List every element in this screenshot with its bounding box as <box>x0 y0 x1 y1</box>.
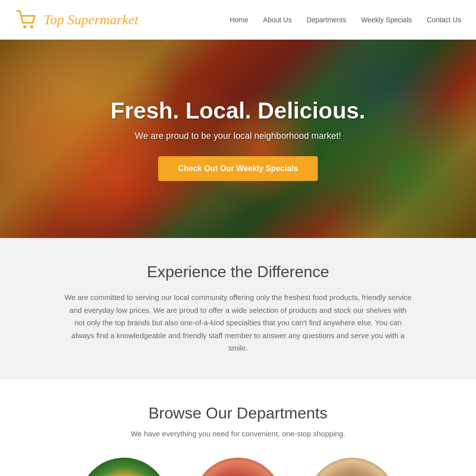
header: Top Supermarket Home About Us Department… <box>0 0 476 40</box>
nav-weekly-specials[interactable]: Weekly Specials <box>361 16 412 24</box>
svg-point-0 <box>23 25 26 28</box>
hero-title: Fresh. Local. Delicious. <box>111 97 365 124</box>
nav-home[interactable]: Home <box>230 16 248 24</box>
hero-content: Fresh. Local. Delicious. We are proud to… <box>111 97 365 181</box>
cart-icon <box>15 8 39 32</box>
weekly-specials-button[interactable]: Check Out Our Weekly Specials <box>158 156 318 181</box>
nav-departments[interactable]: Departments <box>306 16 346 24</box>
logo-area: Top Supermarket <box>15 8 138 32</box>
department-circles <box>40 458 436 476</box>
svg-point-1 <box>30 25 33 28</box>
main-nav: Home About Us Departments Weekly Special… <box>230 16 461 24</box>
hero-section: Fresh. Local. Delicious. We are proud to… <box>0 40 476 238</box>
departments-section: Browse Our Departments We have everythin… <box>0 379 476 476</box>
department-meat[interactable] <box>193 458 283 476</box>
departments-title: Browse Our Departments <box>40 404 436 422</box>
department-produce[interactable] <box>79 458 169 476</box>
nav-contact[interactable]: Contact Us <box>427 16 461 24</box>
experience-body: We are committed to serving our local co… <box>64 291 412 355</box>
experience-section: Experience the Difference We are committ… <box>0 238 476 379</box>
nav-about[interactable]: About Us <box>263 16 292 24</box>
experience-title: Experience the Difference <box>50 263 426 281</box>
departments-subtitle: We have everything you need for convenie… <box>40 429 436 438</box>
department-seafood[interactable] <box>307 458 397 476</box>
brand-name: Top Supermarket <box>44 12 138 28</box>
hero-subtitle: We are proud to be your local neighborho… <box>111 131 365 141</box>
